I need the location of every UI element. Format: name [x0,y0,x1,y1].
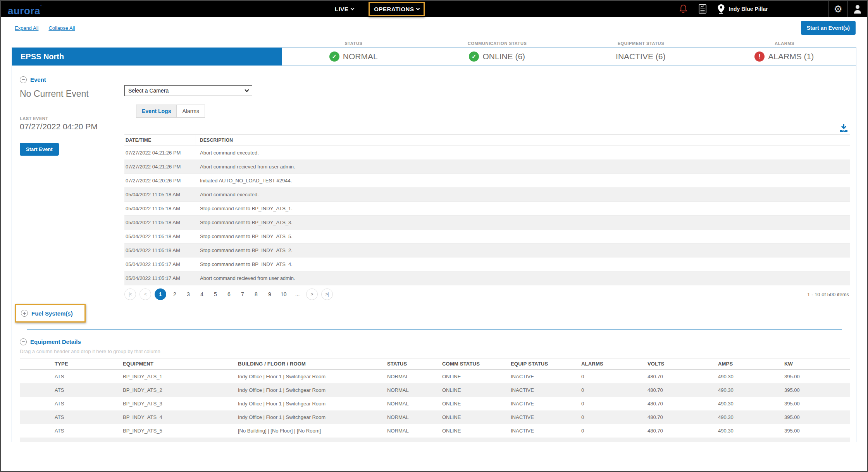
equipment-cell: 480.70 [648,401,718,407]
equipment-cell: BP_INDY_ATS_5 [123,428,238,434]
site-selector[interactable]: Indy Blue Pillar [712,1,828,17]
fuel-systems-toggle[interactable]: + Fuel System(s) [15,304,86,323]
equipment-cell: BP_INDY_ATS_3 [123,401,238,407]
equipment-cell: 480.70 [648,374,718,379]
event-log-row[interactable]: 05/04/2022 11:05:18 AMStop command sent … [124,202,850,216]
location-pin-icon [717,4,725,14]
equipment-section-toggle[interactable]: − Equipment Details [20,338,81,345]
equipment-row[interactable]: ATSBP_INDY_ATS_3Indy Office | Floor 1 | … [20,397,850,410]
reports-button[interactable] [693,1,712,17]
column-header-description[interactable]: DESCRIPTION [196,135,850,146]
log-cell: 05/04/2022 11:05:17 AM [124,275,196,281]
equipment-column-header[interactable]: VOLTS [648,361,718,367]
log-tabs: Event Logs Alarms [136,105,850,118]
nav-menu-live[interactable]: LIVE [335,6,354,12]
equipment-cell: ONLINE [442,414,511,420]
event-log-row[interactable]: 05/04/2022 11:05:18 AMStop command sent … [124,244,850,257]
equipment-row[interactable]: ATSBP_INDY_ATS_5[No Building] | [No Floo… [20,424,850,438]
camera-select[interactable]: Select a Camera [124,85,252,96]
equipment-section-title: Equipment Details [30,338,81,345]
check-circle-icon: ✓ [469,51,479,62]
equipment-cell: Indy Office | Floor 1 | Switchgear Room [238,374,387,379]
event-log-header: DATE/TIME DESCRIPTION [124,135,850,146]
nav-menu-operations[interactable]: OPERATIONS [369,2,425,16]
equipment-cell: ONLINE [442,401,511,407]
event-log-row[interactable]: 07/27/2022 04:20:26 PMInitiated AUTO_NO_… [124,174,850,188]
navbar-right: Indy Blue Pillar ⚙ [674,1,867,17]
settings-button[interactable]: ⚙ [829,1,847,17]
start-event-button[interactable]: Start Event [20,143,59,156]
equipment-column-header[interactable]: ALARMS [581,361,648,367]
chevron-down-icon [351,6,355,10]
pagination-page[interactable]: 5 [210,288,220,300]
pagination-page[interactable]: ... [293,288,303,300]
equipment-column-header[interactable]: TYPE [20,361,123,367]
equipment-cell: 0.00 [784,441,850,443]
column-header-datetime[interactable]: DATE/TIME [124,135,196,146]
event-log-row[interactable]: 05/04/2022 11:05:18 AMAbort command exec… [124,188,850,202]
equipment-column-header[interactable]: EQUIP STATUS [511,361,581,367]
equipment-cell: INACTIVE [511,374,581,379]
equipment-column-header[interactable]: AMPS [718,361,784,367]
collapse-minus-icon: − [20,338,27,345]
equipment-row[interactable]: ATSBP_INDY_ATS_1Indy Office | Floor 1 | … [20,370,850,383]
equipment-cell: ONLINE [442,428,511,434]
event-log-row[interactable]: 07/27/2022 04:21:26 PMAbort command reci… [124,160,850,174]
aurora-logo[interactable]: aurora´ [1,0,42,18]
status-column-labels: STATUS COMMUNICATION STATUS EQUIPMENT ST… [12,41,856,47]
equipment-column-header[interactable]: KW [784,361,850,367]
start-an-events-button[interactable]: Start an Event(s) [801,21,856,35]
expand-all-link[interactable]: Expand All [15,25,38,31]
equipment-row[interactable]: ATSBP_INDY_ATS_4Indy Office | Floor 1 | … [20,410,850,424]
tab-event-logs[interactable]: Event Logs [136,105,177,118]
pagination-page[interactable]: 6 [224,288,234,300]
pagination-page[interactable]: 7 [238,288,248,300]
equipment-column-header[interactable]: COMM STATUS [442,361,511,367]
pagination-page-active[interactable]: 1 [155,288,166,300]
collapse-all-link[interactable]: Collapse All [48,25,75,31]
pagination-page[interactable]: 8 [251,288,261,300]
equipment-column-header[interactable]: STATUS [387,361,442,367]
notifications-button[interactable] [674,1,693,17]
equipment-cell: NORMAL [387,428,442,434]
log-cell: 05/04/2022 11:05:18 AM [124,233,196,239]
user-menu-button[interactable] [848,1,867,17]
alarms-label: ALARMS [713,41,856,47]
event-log-row[interactable]: 07/27/2022 04:21:26 PMAbort command exec… [124,146,850,160]
equipment-cell: 395.00 [784,387,850,393]
event-section-toggle[interactable]: − Event [20,76,46,83]
equipment-cell: 0 [581,401,648,407]
top-navbar: aurora´ LIVE OPERATIONS Indy Blue Pillar [1,1,867,17]
tab-alarms[interactable]: Alarms [176,105,205,118]
pagination-first-button[interactable]: |< [124,288,136,300]
equipment-row[interactable]: GeneratorBP_INDY_GEN_1Indy Office | Floo… [20,438,850,443]
epss-panel: EPSS North ✓ NORMAL ✓ ONLINE (6) INACTIV… [12,47,856,442]
download-icon[interactable] [839,123,849,133]
equipment-column-header[interactable]: BUILDING / FLOOR / ROOM [238,361,387,367]
status-value-communication: ✓ ONLINE (6) [425,48,569,65]
pagination-page[interactable]: 4 [197,288,207,300]
pagination-next-button[interactable]: > [306,288,318,300]
equipment-table-header: TYPEEQUIPMENTBUILDING / FLOOR / ROOMSTAT… [20,358,850,370]
expand-plus-icon: + [21,310,28,317]
pagination-page[interactable]: 2 [170,288,180,300]
equipment-row[interactable]: ATSBP_INDY_ATS_2Indy Office | Floor 1 | … [20,383,850,397]
pagination-page[interactable]: 10 [278,288,289,300]
pagination-page[interactable]: 3 [183,288,193,300]
event-log-row[interactable]: 05/04/2022 11:05:18 AMStop command sent … [124,230,850,244]
event-log-row[interactable]: 05/04/2022 11:05:17 AMAbort command reci… [124,271,850,285]
equipment-column-header[interactable]: EQUIPMENT [123,361,238,367]
equipment-cell: ONLINE [442,441,511,443]
pagination-last-button[interactable]: >| [321,288,333,300]
current-event-text: No Current Event [20,89,124,99]
equipment-section: − Equipment Details Drag a column header… [20,338,850,442]
camera-select-value: Select a Camera [128,88,169,94]
pagination-prev-button[interactable]: < [140,288,151,300]
log-cell: 07/27/2022 04:20:26 PM [124,178,196,184]
log-cell: Stop command sent to BP_INDY_ATS_1. [196,206,850,211]
pagination-page[interactable]: 9 [265,288,275,300]
log-cell: 05/04/2022 11:05:18 AM [124,206,196,211]
event-log-row[interactable]: 05/04/2022 11:05:17 AMStop command sent … [124,257,850,271]
communication-status-label: COMMUNICATION STATUS [425,41,569,47]
event-log-row[interactable]: 05/04/2022 11:05:18 AMStop command sent … [124,216,850,230]
